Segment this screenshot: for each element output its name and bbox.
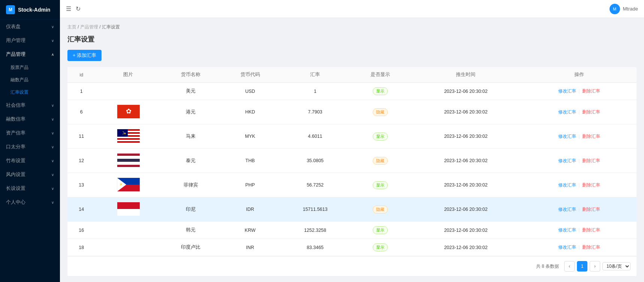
page-1-button[interactable]: 1 (577, 261, 587, 272)
cell-currency-name: 韩元 (161, 222, 220, 239)
personal-label: 个人中心 (6, 199, 25, 206)
add-exchange-rate-button[interactable]: + 添加汇率 (67, 50, 102, 61)
cell-rate: 4.6011 (280, 124, 351, 149)
action-normal-button[interactable]: 修改汇率 (558, 182, 576, 188)
action-danger-button[interactable]: 删除汇率 (582, 182, 600, 188)
action-normal-button[interactable]: 修改汇率 (558, 227, 576, 233)
svg-rect-5 (117, 137, 140, 138)
cell-rate: 7.7903 (280, 100, 351, 124)
cell-time: 2023-12-06 20:30:02 (410, 239, 522, 256)
next-page-button[interactable]: › (590, 261, 600, 272)
avatar: M (610, 4, 620, 14)
content-area: 主页 / 产品管理 / 汇率设置 汇率设置 + 添加汇率 id 图片 货币名称 … (60, 18, 644, 282)
sidebar-subitem-fund-products[interactable]: 融数产品 (0, 74, 60, 86)
action-danger-button[interactable]: 删除汇率 (582, 158, 600, 163)
cell-currency-name: 美元 (161, 83, 220, 100)
sidebar-item-risk[interactable]: 风内设置 ∨ (0, 168, 60, 182)
sidebar-item-dashboard[interactable]: 仪表盘 ∨ (0, 20, 60, 34)
table-row: 1 美元 USD 1 显示 2023-12-06 20:30:02 修改汇率|删… (67, 83, 637, 100)
sidebar-item-longshort[interactable]: 长设设置 ∨ (0, 182, 60, 195)
cell-currency-code: PHP (220, 173, 279, 197)
col-flag: 图片 (96, 67, 161, 83)
chevron-down-icon: ∨ (51, 103, 54, 107)
show-badge: 隐藏 (373, 108, 388, 116)
topbar-left: ☰ ↻ (66, 5, 81, 12)
breadcrumb-home[interactable]: 主页 (67, 24, 76, 30)
cell-show-badge: 显示 (351, 239, 410, 256)
cell-time: 2023-12-06 20:30:02 (410, 83, 522, 100)
table-row: 16 韩元 KRW 1252.3258 显示 2023-12-06 20:30:… (67, 222, 637, 239)
sidebar-item-social[interactable]: 社会信率 ∨ (0, 98, 60, 112)
cell-currency-name: 菲律宾 (161, 173, 220, 197)
action-danger-button[interactable]: 删除汇率 (582, 109, 600, 115)
exchange-rate-table: id 图片 货币名称 货币代码 汇率 是否显示 推生时间 操作 1 美元 USD… (67, 67, 637, 276)
cell-show-badge: 显示 (351, 173, 410, 197)
action-danger-button[interactable]: 删除汇率 (582, 88, 600, 94)
table-row: 11 ☽ ★ 马来 MYK 4.6011 显示 2023-12-06 20:30… (67, 124, 637, 149)
col-actions: 操作 (522, 67, 637, 83)
chevron-down-icon: ∨ (51, 25, 54, 29)
col-currency-name: 货币名称 (161, 67, 220, 83)
cell-flag (96, 149, 161, 173)
table-row: 18 印度卢比 INR 83.3465 显示 2023-12-06 20:30:… (67, 239, 637, 256)
action-danger-button[interactable]: 删除汇率 (582, 207, 600, 212)
cell-flag (96, 197, 161, 222)
breadcrumb-sep1: / (78, 24, 80, 30)
prev-page-button[interactable]: ‹ (564, 261, 575, 272)
optin-label: 口太分率 (6, 144, 25, 150)
cell-currency-name: 印尼 (161, 197, 220, 222)
cell-actions: 修改汇率|删除汇率 (522, 197, 637, 222)
svg-text:✿: ✿ (126, 107, 131, 115)
cell-currency-code: INR (220, 239, 279, 256)
cell-id: 14 (67, 197, 96, 222)
chevron-down-icon: ∨ (51, 117, 54, 121)
action-normal-button[interactable]: 修改汇率 (558, 134, 576, 139)
cell-id: 6 (67, 100, 96, 124)
action-normal-button[interactable]: 修改汇率 (558, 88, 576, 94)
users-label: 用户管理 (6, 37, 25, 44)
sidebar-item-products[interactable]: 产品管理 ∧ (0, 48, 60, 61)
cell-flag (96, 239, 161, 256)
cell-show-badge: 隐藏 (351, 197, 410, 222)
cell-currency-code: KRW (220, 222, 279, 239)
menu-toggle-icon[interactable]: ☰ (66, 5, 71, 12)
action-normal-button[interactable]: 修改汇率 (558, 158, 576, 163)
sidebar-item-users[interactable]: 用户管理 ∨ (0, 34, 60, 48)
sidebar-item-personal[interactable]: 个人中心 ∨ (0, 195, 60, 209)
sidebar-item-asset[interactable]: 资产信率 ∨ (0, 126, 60, 140)
show-badge: 隐藏 (373, 206, 388, 213)
svg-rect-6 (117, 140, 140, 141)
products-label: 产品管理 (6, 51, 25, 58)
refresh-icon[interactable]: ↻ (76, 5, 81, 12)
cell-rate: 56.7252 (280, 173, 351, 197)
sidebar-item-optin[interactable]: 口太分率 ∨ (0, 140, 60, 154)
sidebar-subitem-exchange-rate[interactable]: 汇率设置 (0, 86, 60, 98)
breadcrumb-products[interactable]: 产品管理 (80, 24, 98, 30)
svg-rect-12 (117, 159, 140, 162)
per-page-select[interactable]: 10条/页 20条/页 50条/页 (602, 262, 631, 270)
app-title: Stock-Admin (18, 7, 50, 13)
page-title: 汇率设置 (67, 35, 637, 44)
chevron-down-icon: ∨ (51, 145, 54, 149)
cell-actions: 修改汇率|删除汇率 (522, 83, 637, 100)
show-badge: 显示 (373, 133, 388, 140)
action-danger-button[interactable]: 删除汇率 (582, 245, 600, 250)
action-normal-button[interactable]: 修改汇率 (558, 109, 576, 115)
sidebar-subitem-normal-products[interactable]: 股票产品 (0, 61, 60, 74)
cell-currency-code: THB (220, 149, 279, 173)
action-normal-button[interactable]: 修改汇率 (558, 245, 576, 250)
cell-actions: 修改汇率|删除汇率 (522, 149, 637, 173)
cell-currency-name: 印度卢比 (161, 239, 220, 256)
action-danger-button[interactable]: 删除汇率 (582, 134, 600, 139)
table-row: 13 ☀ 菲律宾 PHP 56.7252 显示 2023-12-06 20:30… (67, 173, 637, 197)
dashboard-label: 仪表盘 (6, 24, 21, 30)
table-row: 6 ✿ 港元 HKD 7.7903 隐藏 2023-12-06 20:30:02… (67, 100, 637, 124)
data-table: id 图片 货币名称 货币代码 汇率 是否显示 推生时间 操作 1 美元 USD… (67, 67, 637, 256)
table-header: id 图片 货币名称 货币代码 汇率 是否显示 推生时间 操作 (67, 67, 637, 83)
cell-id: 16 (67, 222, 96, 239)
sidebar-item-trade[interactable]: 融数信率 ∨ (0, 112, 60, 126)
action-normal-button[interactable]: 修改汇率 (558, 207, 576, 212)
action-danger-button[interactable]: 删除汇率 (582, 227, 600, 233)
sidebar-item-bamboo[interactable]: 竹布设置 ∨ (0, 154, 60, 168)
cell-rate: 1 (280, 83, 351, 100)
